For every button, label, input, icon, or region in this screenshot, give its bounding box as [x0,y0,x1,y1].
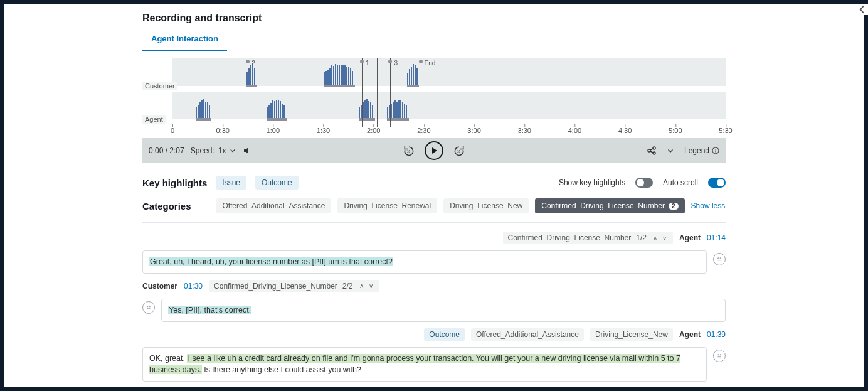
chart-marker [377,58,378,127]
category-nav-next[interactable]: ∨ [368,282,374,289]
chart-marker [390,58,391,127]
show-highlights-toggle[interactable] [635,178,653,188]
category-nav-prev[interactable]: ∧ [652,235,659,242]
waveform-burst [359,99,373,118]
transcript-text-span: Yes, [PII], that's correct. [168,306,251,314]
chart-lane-label-customer: Customer [142,82,177,90]
svg-marker-1 [432,147,437,154]
tabs: Agent Interaction [142,29,726,51]
axis-tick: 1:00 [267,127,280,134]
categories-showless-link[interactable]: Show less [691,201,726,210]
chart-marker [362,58,363,127]
speaker-label: Agent [679,330,701,339]
entry-chip-Outcome[interactable]: Outcome [424,328,465,341]
transcript-entry-header: Customer01:30Confirmed_Driving_License_N… [142,280,726,292]
entry-chip-Offered_Additional_Assistance[interactable]: Offered_Additional_Assistance [471,328,584,341]
category-chip-Driving_License_Renewal[interactable]: Driving_License_Renewal [337,198,437,213]
category-chip-Driving_License_New[interactable]: Driving_License_New [443,198,529,213]
transcript-entry-header: Confirmed_Driving_License_Number1/2∧∨Age… [142,232,726,244]
autoscroll-toggle[interactable] [708,178,726,188]
axis-tick: 4:30 [618,127,632,134]
key-highlights-row: Key highlights Issue Outcome Show key hi… [142,163,726,195]
transcript-text-span: Is there anything else I could assist yo… [202,365,361,374]
category-nav-position: 2/2 [342,282,353,291]
player-bar: 0:00 / 2:07 Speed: 1x 10 [142,138,726,163]
download-button[interactable] [665,146,675,156]
category-nav-next[interactable]: ∨ [661,235,668,242]
transcript-bubble: Yes, [PII], that's correct. [161,299,726,322]
speed-label: Speed: [191,146,214,155]
highlight-outcome-chip[interactable]: Outcome [255,176,299,190]
chart-marker-label: 3 [394,60,398,67]
share-button[interactable] [647,146,657,156]
waveform-burst [324,64,353,85]
chart-marker-label: End [425,60,436,67]
waveform-burst-shadow [359,118,376,121]
axis-tick: 0:30 [216,127,229,134]
autoscroll-label: Auto scroll [663,178,698,187]
transcript-row: Great, uh, I heard, uh, your license num… [142,250,726,274]
svg-rect-10 [715,151,716,153]
info-icon [712,147,719,154]
speed-control[interactable]: Speed: 1x [191,146,236,155]
axis-tick: 0 [171,127,174,134]
axis-tick: 5:30 [719,127,732,134]
entry-chip-Driving_License_New[interactable]: Driving_License_New [590,328,673,341]
chart-marker-dot [246,60,250,63]
category-nav-prev[interactable]: ∧ [358,282,365,289]
content-column: Recording and transcript Agent Interacti… [136,4,732,387]
svg-point-18 [720,354,721,355]
axis-tick: 2:00 [367,127,380,134]
legend-button[interactable]: Legend [684,146,719,155]
chevron-down-icon [230,147,236,154]
axis-tick: 3:30 [518,127,531,134]
axis-tick: 4:00 [568,127,581,134]
axis-tick: 3:00 [467,127,480,134]
category-nav: Confirmed_Driving_License_Number1/2∧∨ [503,232,673,244]
show-highlights-label: Show key highlights [559,178,625,187]
collapse-panel-chevron[interactable] [857,4,868,15]
speaker-label: Customer [142,282,177,291]
svg-point-11 [718,258,719,259]
svg-point-4 [653,147,655,149]
svg-point-14 [147,306,148,306]
axis-tick: 2:30 [417,127,430,134]
chart-marker-label: 1 [366,60,369,67]
svg-point-15 [149,306,150,306]
section-title: Recording and transcript [142,13,726,24]
sentiment-neutral-icon [713,253,726,265]
transcript-bubble: OK, great. I see a like uh a credit card… [142,347,707,382]
tab-agent-interaction[interactable]: Agent Interaction [142,29,227,51]
highlight-issue-chip[interactable]: Issue [216,176,246,190]
transcript-row: OK, great. I see a like uh a credit card… [142,347,726,382]
transcript-text-span: OK, great. [149,354,187,363]
category-chip-Offered_Additional_Assistance[interactable]: Offered_Additional_Assistance [216,198,332,213]
speed-value: 1x [218,146,226,155]
axis-tick: 1:30 [317,127,330,134]
chart-marker [421,58,421,127]
time-axis: 00:301:001:302:002:303:003:304:004:305:0… [142,127,726,138]
categories-title: Categories [142,201,191,212]
speaker-label: Agent [679,233,701,242]
volume-button[interactable] [242,146,252,156]
sentiment-neutral-icon [142,301,155,314]
waveform-burst-shadow [324,85,356,87]
axis-tick: 5:00 [669,127,682,134]
transcript-entries: Confirmed_Driving_License_Number1/2∧∨Age… [142,223,726,382]
svg-point-12 [720,258,721,259]
chart-marker-dot [360,60,364,63]
page: Recording and transcript Agent Interacti… [4,4,864,387]
chart-lane-label-agent: Agent [142,115,166,124]
category-chip-Confirmed_Driving_License_Number[interactable]: Confirmed_Driving_License_Number2 [535,198,684,213]
timestamp: 01:30 [184,282,203,291]
category-nav-label: Confirmed_Driving_License_Number [214,282,337,291]
transcript-row: Yes, [PII], that's correct. [142,299,726,322]
waveform-burst [196,99,210,118]
legend-label: Legend [684,146,709,155]
key-highlights-title: Key highlights [142,178,207,188]
rewind-10-button[interactable]: 10 [402,144,416,158]
play-button[interactable] [425,141,443,160]
waveform-chart[interactable]: Customer Agent 213End [142,58,726,127]
forward-10-button[interactable]: 10 [452,144,466,158]
playback-position: 0:00 / 2:07 [149,146,184,155]
